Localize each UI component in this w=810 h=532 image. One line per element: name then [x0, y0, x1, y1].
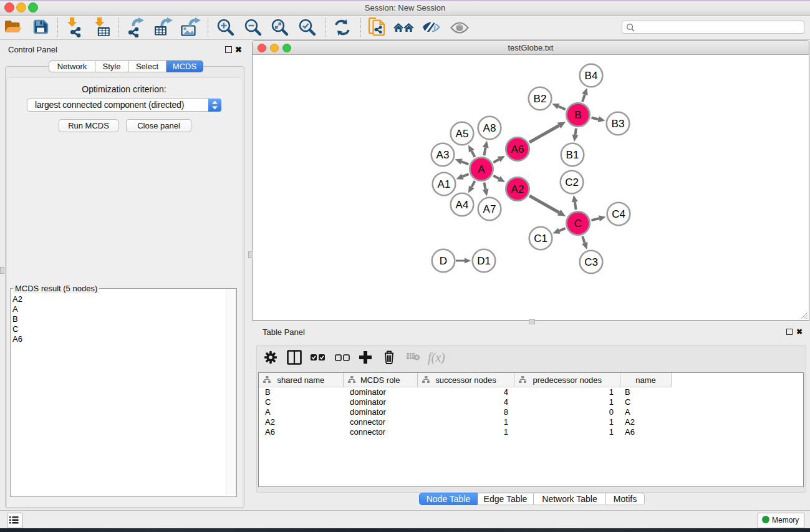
svg-text:C3: C3 — [584, 256, 598, 268]
svg-text:A4: A4 — [456, 199, 469, 211]
svg-text:D1: D1 — [477, 255, 491, 267]
svg-text:A3: A3 — [436, 149, 450, 161]
svg-text:A2: A2 — [511, 183, 524, 195]
svg-text:B: B — [574, 109, 581, 121]
svg-text:C: C — [574, 218, 582, 230]
svg-text:A6: A6 — [511, 143, 524, 155]
svg-text:B4: B4 — [585, 70, 598, 82]
svg-text:D: D — [440, 255, 447, 267]
svg-text:A5: A5 — [456, 128, 469, 140]
svg-text:A8: A8 — [483, 122, 496, 134]
svg-text:A7: A7 — [483, 203, 496, 215]
svg-text:A1: A1 — [438, 178, 451, 190]
svg-text:A: A — [478, 163, 485, 175]
svg-text:C2: C2 — [565, 177, 579, 188]
svg-text:B1: B1 — [566, 149, 579, 161]
svg-text:B3: B3 — [612, 118, 625, 130]
svg-text:B2: B2 — [534, 93, 547, 105]
svg-text:C1: C1 — [534, 233, 547, 244]
svg-text:C4: C4 — [612, 208, 625, 220]
